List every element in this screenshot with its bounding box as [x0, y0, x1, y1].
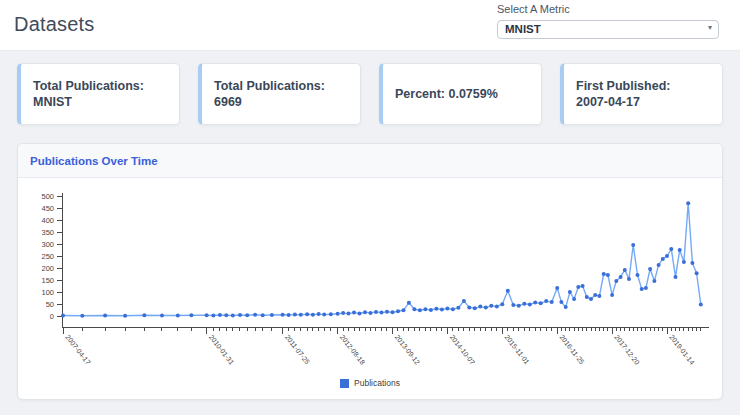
- data-point[interactable]: [347, 312, 351, 316]
- data-point[interactable]: [363, 310, 367, 314]
- data-point[interactable]: [205, 313, 209, 317]
- data-point[interactable]: [559, 300, 563, 304]
- data-point[interactable]: [160, 314, 164, 318]
- data-point[interactable]: [380, 311, 384, 315]
- data-point[interactable]: [511, 303, 515, 307]
- data-point[interactable]: [623, 268, 627, 272]
- data-point[interactable]: [123, 314, 127, 318]
- data-point[interactable]: [555, 286, 559, 290]
- data-point[interactable]: [407, 301, 411, 305]
- data-point[interactable]: [533, 301, 537, 305]
- data-point[interactable]: [462, 299, 466, 303]
- data-point[interactable]: [674, 275, 678, 279]
- data-point[interactable]: [261, 313, 265, 317]
- data-point[interactable]: [690, 261, 694, 265]
- data-point[interactable]: [473, 306, 477, 310]
- data-point[interactable]: [568, 290, 572, 294]
- data-point[interactable]: [631, 243, 635, 247]
- data-point[interactable]: [585, 295, 589, 299]
- data-point[interactable]: [103, 314, 107, 318]
- data-point[interactable]: [606, 273, 610, 277]
- data-point[interactable]: [224, 313, 228, 317]
- data-point[interactable]: [61, 314, 65, 318]
- data-point[interactable]: [299, 313, 303, 317]
- data-point[interactable]: [211, 314, 215, 318]
- data-point[interactable]: [396, 309, 400, 313]
- data-point[interactable]: [451, 307, 455, 311]
- data-point[interactable]: [678, 248, 682, 252]
- data-point[interactable]: [467, 305, 471, 309]
- data-point[interactable]: [495, 305, 499, 309]
- data-point[interactable]: [695, 271, 699, 275]
- data-point[interactable]: [322, 313, 326, 317]
- metric-select[interactable]: MNIST: [497, 20, 719, 39]
- data-point[interactable]: [287, 313, 291, 317]
- data-point[interactable]: [589, 297, 593, 301]
- data-point[interactable]: [539, 301, 543, 305]
- data-point[interactable]: [506, 289, 510, 293]
- data-point[interactable]: [576, 285, 580, 289]
- data-point[interactable]: [619, 275, 623, 279]
- data-point[interactable]: [500, 302, 504, 306]
- data-point[interactable]: [352, 311, 356, 315]
- data-point[interactable]: [489, 304, 493, 308]
- data-point[interactable]: [610, 293, 614, 297]
- data-point[interactable]: [189, 313, 193, 317]
- data-point[interactable]: [699, 303, 703, 307]
- data-point[interactable]: [478, 305, 482, 309]
- data-point[interactable]: [522, 302, 526, 306]
- data-point[interactable]: [423, 307, 427, 311]
- data-point[interactable]: [648, 267, 652, 271]
- data-point[interactable]: [418, 308, 422, 312]
- data-point[interactable]: [402, 308, 406, 312]
- data-point[interactable]: [374, 310, 378, 314]
- data-point[interactable]: [385, 310, 389, 314]
- data-point[interactable]: [581, 284, 585, 288]
- data-point[interactable]: [253, 313, 257, 317]
- data-point[interactable]: [669, 247, 673, 251]
- data-point[interactable]: [445, 307, 449, 311]
- data-point[interactable]: [429, 308, 433, 312]
- data-point[interactable]: [336, 312, 340, 316]
- data-point[interactable]: [440, 308, 444, 312]
- data-point[interactable]: [341, 311, 345, 315]
- data-point[interactable]: [593, 293, 597, 297]
- data-point[interactable]: [661, 257, 665, 261]
- data-point[interactable]: [412, 307, 416, 311]
- data-point[interactable]: [665, 254, 669, 258]
- data-point[interactable]: [627, 277, 631, 281]
- data-point[interactable]: [564, 305, 568, 309]
- chart-legend[interactable]: Publications: [18, 378, 722, 388]
- data-point[interactable]: [329, 312, 333, 316]
- data-point[interactable]: [597, 294, 601, 298]
- data-point[interactable]: [652, 279, 656, 283]
- data-point[interactable]: [358, 311, 362, 315]
- data-point[interactable]: [245, 313, 249, 317]
- data-point[interactable]: [456, 306, 460, 310]
- data-point[interactable]: [544, 299, 548, 303]
- data-point[interactable]: [218, 313, 222, 317]
- data-point[interactable]: [528, 303, 532, 307]
- data-point[interactable]: [176, 314, 180, 318]
- data-point[interactable]: [682, 260, 686, 264]
- data-point[interactable]: [305, 312, 309, 316]
- data-point[interactable]: [657, 263, 661, 267]
- data-point[interactable]: [686, 201, 690, 205]
- data-point[interactable]: [517, 304, 521, 308]
- data-point[interactable]: [293, 313, 297, 317]
- data-point[interactable]: [142, 313, 146, 317]
- data-point[interactable]: [231, 314, 235, 318]
- data-point[interactable]: [311, 313, 315, 317]
- data-point[interactable]: [80, 314, 84, 318]
- data-point[interactable]: [550, 300, 554, 304]
- data-point[interactable]: [602, 272, 606, 276]
- data-point[interactable]: [391, 310, 395, 314]
- data-point[interactable]: [614, 279, 618, 283]
- data-point[interactable]: [281, 313, 285, 317]
- data-point[interactable]: [238, 313, 242, 317]
- data-point[interactable]: [369, 311, 373, 315]
- data-point[interactable]: [434, 307, 438, 311]
- data-point[interactable]: [572, 297, 576, 301]
- data-point[interactable]: [270, 313, 274, 317]
- data-point[interactable]: [484, 306, 488, 310]
